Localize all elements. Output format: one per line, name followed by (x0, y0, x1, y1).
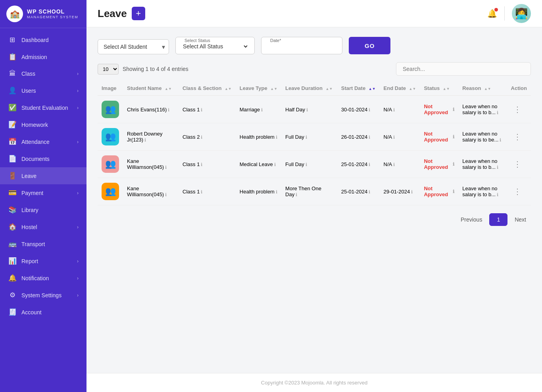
info-icon-start-2: ℹ (369, 162, 370, 167)
info-icon-start-1: ℹ (369, 135, 370, 140)
cell-avatar-3: 👥 (98, 178, 123, 205)
sidebar-item-account[interactable]: 🧾 Account (0, 304, 86, 321)
cell-start-1: 26-01-2024ℹ (337, 123, 380, 151)
filters-bar: Select All Student Select Status Select … (98, 37, 531, 54)
sidebar-item-hostel[interactable]: 🏠 Hostel › (0, 218, 86, 235)
student-avatar-3: 👥 (102, 183, 119, 200)
sidebar-item-admission[interactable]: 📋 Admission (0, 48, 86, 65)
topbar-right: 🔔 👩‍💻 (487, 4, 531, 23)
cell-end-2: N/Aℹ (380, 151, 420, 178)
sidebar: 🏫 WP SCHOOL MANAGEMENT SYSTEM ⊞ Dashboar… (0, 0, 86, 392)
sidebar-item-dashboard[interactable]: ⊞ Dashboard (0, 31, 86, 48)
cell-end-0: N/Aℹ (380, 96, 420, 123)
status-select[interactable]: Select All Status (181, 43, 249, 50)
info-icon-type-0: ℹ (261, 107, 263, 112)
search-input[interactable] (396, 62, 531, 76)
info-icon-reason-3: ℹ (497, 192, 498, 197)
pagination: Previous 1 Next (98, 213, 531, 226)
previous-button[interactable]: Previous (456, 214, 487, 226)
info-icon-end-3: ℹ (411, 189, 413, 194)
col-student-name[interactable]: Student Name ▲▼ (123, 81, 179, 96)
info-icon-reason-0: ℹ (497, 110, 498, 115)
notification-button[interactable]: 🔔 (487, 9, 497, 18)
action-menu-0[interactable]: ⋮ (511, 104, 524, 115)
cell-reason-2: Leave when no salary is to b...ℹ (458, 151, 507, 178)
cell-student-name-2: Kane Williamson(045)ℹ (123, 151, 179, 178)
status-badge-1: Not Approvedℹ (424, 131, 454, 143)
cell-status-0: Not Approvedℹ (420, 96, 458, 123)
go-button[interactable]: GO (349, 37, 390, 54)
student-select[interactable]: Select All Student (98, 39, 169, 54)
entries-select[interactable]: 10 25 50 (98, 64, 119, 75)
info-icon-class-3: ℹ (201, 189, 202, 194)
sidebar-item-users[interactable]: 👤 Users › (0, 82, 86, 99)
sidebar-label-dashboard: Dashboard (21, 37, 49, 43)
chevron-icon-student-evaluation: › (77, 105, 79, 111)
leave-icon: 🚪 (8, 172, 17, 180)
sidebar-item-library[interactable]: 📚 Library (0, 201, 86, 218)
sidebar-label-report: Report (21, 258, 38, 264)
sidebar-item-transport[interactable]: 🚌 Transport (0, 235, 86, 252)
info-icon-name-2: ℹ (165, 165, 167, 170)
admission-icon: 📋 (8, 53, 17, 61)
info-icon-dur-0: ℹ (306, 107, 308, 112)
sidebar-item-class[interactable]: 🏛 Class › (0, 65, 86, 82)
action-menu-1[interactable]: ⋮ (511, 132, 524, 142)
cell-leave-type-0: Marriageℹ (236, 96, 281, 123)
status-filter-group: Select Status Select All Status (175, 37, 255, 54)
sidebar-item-student-evaluation[interactable]: ✅ Student Evaluation › (0, 99, 86, 116)
sidebar-item-report[interactable]: 📊 Report › (0, 252, 86, 270)
info-icon-class-2: ℹ (201, 162, 202, 167)
sidebar-item-attendance[interactable]: 📅 Attendance › (0, 133, 86, 150)
leave-table: Image Student Name ▲▼ Class & Section ▲▼… (98, 81, 531, 205)
cell-leave-type-1: Health problemℹ (236, 123, 281, 151)
hostel-icon: 🏠 (8, 223, 17, 231)
col-reason[interactable]: Reason ▲▼ (458, 81, 507, 96)
chevron-icon-notification: › (77, 275, 79, 281)
col-status[interactable]: Status ▲▼ (420, 81, 458, 96)
attendance-icon: 📅 (8, 138, 17, 146)
col-class-section[interactable]: Class & Section ▲▼ (179, 81, 236, 96)
status-label: Select Status (183, 38, 249, 43)
cell-start-2: 25-01-2024ℹ (337, 151, 380, 178)
add-leave-button[interactable]: + (132, 7, 145, 20)
col-action: Action (507, 81, 531, 96)
info-icon-class-1: ℹ (201, 135, 202, 140)
cell-duration-0: Half Dayℹ (281, 96, 337, 123)
sidebar-item-leave[interactable]: 🚪 Leave (0, 167, 86, 184)
action-menu-3[interactable]: ⋮ (511, 186, 524, 197)
cell-class-1: Class 2ℹ (179, 123, 236, 151)
date-input[interactable]: This Month (267, 43, 336, 50)
action-menu-2[interactable]: ⋮ (511, 159, 524, 169)
status-badge-0: Not Approvedℹ (424, 103, 454, 115)
topbar-divider (504, 6, 505, 21)
sidebar-label-documents: Documents (21, 156, 50, 162)
cell-class-0: Class 1ℹ (179, 96, 236, 123)
cell-leave-type-3: Health problemℹ (236, 178, 281, 205)
sidebar-item-system-settings[interactable]: ⚙ System Settings › (0, 287, 86, 304)
sidebar-label-hostel: Hostel (21, 224, 37, 230)
sidebar-nav: ⊞ Dashboard 📋 Admission 🏛 Class › 👤 User… (0, 28, 86, 392)
brand-name: WP SCHOOL (27, 8, 78, 15)
student-avatar-1: 👥 (102, 128, 119, 145)
page-1-button[interactable]: 1 (489, 213, 507, 226)
col-leave-duration[interactable]: Leave Duration ▲▼ (281, 81, 337, 96)
col-leave-type[interactable]: Leave Type ▲▼ (236, 81, 281, 96)
cell-status-3: Not Approvedℹ (420, 178, 458, 205)
user-avatar[interactable]: 👩‍💻 (512, 4, 531, 23)
homework-icon: 📝 (8, 120, 17, 129)
sidebar-item-payment[interactable]: 💳 Payment › (0, 184, 86, 201)
cell-action-0: ⋮ (507, 96, 531, 123)
sidebar-item-documents[interactable]: 📄 Documents (0, 150, 86, 167)
cell-start-0: 30-01-2024ℹ (337, 96, 380, 123)
sidebar-item-homework[interactable]: 📝 Homework (0, 116, 86, 133)
chevron-icon-hostel: › (77, 224, 79, 230)
report-icon: 📊 (8, 257, 17, 265)
col-end-date[interactable]: End Date ▲▼ (380, 81, 420, 96)
col-start-date[interactable]: Start Date ▲▼ (337, 81, 380, 96)
sidebar-item-notification[interactable]: 🔔 Notification › (0, 270, 86, 287)
notification-icon: 🔔 (8, 274, 17, 282)
info-icon-dur-2: ℹ (306, 162, 307, 167)
next-button[interactable]: Next (510, 214, 531, 226)
chevron-icon-class: › (77, 71, 79, 76)
